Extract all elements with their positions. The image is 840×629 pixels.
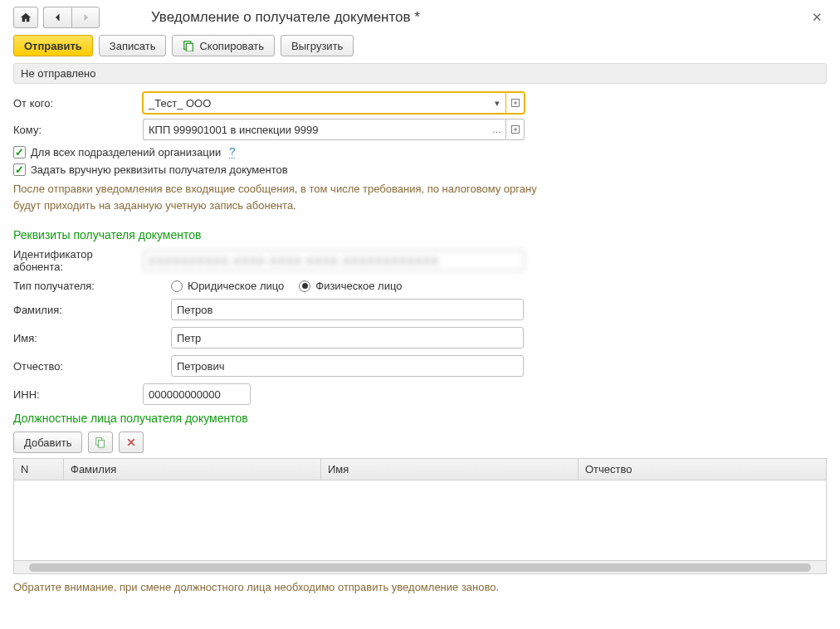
- open-icon: [510, 98, 520, 108]
- home-icon: [20, 12, 32, 23]
- duplicate-row-button[interactable]: [88, 432, 113, 453]
- table-body[interactable]: [14, 480, 826, 560]
- save-button[interactable]: Записать: [99, 35, 167, 56]
- send-button[interactable]: Отправить: [13, 35, 93, 56]
- help-link[interactable]: ?: [229, 145, 235, 158]
- manual-requisites-label: Задать вручную реквизиты получателя доку…: [31, 163, 288, 176]
- open-icon: [510, 124, 520, 134]
- duplicate-icon: [95, 436, 106, 448]
- to-value[interactable]: КПП 999901001 в инспекции 9999: [143, 119, 488, 140]
- home-button[interactable]: [13, 7, 38, 28]
- scrollbar-thumb[interactable]: [29, 563, 811, 572]
- caret-down-icon: ▾: [495, 98, 500, 109]
- radio-legal[interactable]: [171, 280, 183, 292]
- name-label: Имя:: [13, 332, 171, 344]
- to-select-button[interactable]: …: [488, 119, 506, 140]
- abonent-id-field[interactable]: [143, 250, 525, 271]
- close-button[interactable]: ✕: [807, 7, 827, 27]
- delete-row-button[interactable]: [119, 432, 144, 453]
- copy-label: Скопировать: [199, 40, 264, 52]
- all-subdivisions-label: Для всех подразделений организации: [31, 146, 221, 158]
- delete-icon: [126, 437, 136, 447]
- manual-requisites-checkbox[interactable]: [13, 163, 26, 176]
- svg-rect-5: [99, 440, 105, 447]
- from-open-button[interactable]: [506, 92, 525, 114]
- ellipsis-icon: …: [492, 124, 501, 134]
- table-hscrollbar[interactable]: [14, 560, 826, 573]
- arrow-left-icon: [53, 12, 63, 22]
- status-bar: Не отправлено: [13, 63, 827, 84]
- all-subdivisions-checkbox[interactable]: [13, 146, 26, 158]
- name-field[interactable]: [171, 327, 524, 349]
- officials-table: N Фамилия Имя Отчество: [13, 458, 827, 574]
- th-patronymic[interactable]: Отчество: [579, 459, 826, 480]
- from-label: От кого:: [13, 97, 143, 110]
- forward-button[interactable]: [71, 7, 100, 28]
- surname-label: Фамилия:: [13, 304, 171, 316]
- add-row-button[interactable]: Добавить: [13, 432, 82, 453]
- back-button[interactable]: [43, 7, 71, 28]
- export-button[interactable]: Выгрузить: [281, 35, 354, 56]
- th-name[interactable]: Имя: [321, 459, 579, 480]
- to-field[interactable]: КПП 999901001 в инспекции 9999 …: [143, 119, 525, 140]
- th-surname[interactable]: Фамилия: [64, 459, 321, 480]
- page-title: Уведомление о получателе документов *: [110, 9, 807, 26]
- arrow-right-icon: [81, 12, 90, 22]
- from-value[interactable]: _Тест_ ООО: [143, 92, 488, 114]
- radio-person-label: Физическое лицо: [315, 280, 402, 292]
- patronymic-field[interactable]: [171, 355, 524, 377]
- section-recipient-title: Реквизиты получателя документов: [13, 228, 827, 241]
- radio-person[interactable]: [299, 280, 310, 292]
- abonent-id-label: Идентификатор абонента:: [13, 248, 143, 273]
- surname-field[interactable]: [171, 299, 524, 320]
- patronymic-label: Отчество:: [13, 360, 171, 373]
- section-officials-title: Должностные лица получателя документов: [13, 412, 827, 425]
- copy-icon: [183, 40, 194, 51]
- radio-legal-label: Юридическое лицо: [188, 280, 284, 292]
- th-n[interactable]: N: [14, 459, 64, 480]
- recipient-type-person[interactable]: Физическое лицо: [299, 280, 402, 292]
- recipient-type-label: Тип получателя:: [13, 280, 171, 292]
- copy-button[interactable]: Скопировать: [172, 35, 275, 56]
- footer-note: Обратите внимание, при смене должностног…: [13, 581, 827, 593]
- to-open-button[interactable]: [506, 119, 525, 140]
- inn-field[interactable]: [143, 383, 251, 405]
- to-label: Кому:: [13, 124, 143, 136]
- from-dropdown-button[interactable]: ▾: [488, 92, 506, 114]
- from-field[interactable]: _Тест_ ООО ▾: [143, 92, 525, 114]
- hint-text: После отправки уведомления все входящие …: [13, 181, 545, 213]
- close-icon: ✕: [812, 10, 823, 25]
- inn-label: ИНН:: [13, 388, 143, 401]
- recipient-type-legal[interactable]: Юридическое лицо: [171, 280, 284, 292]
- svg-rect-1: [187, 43, 193, 51]
